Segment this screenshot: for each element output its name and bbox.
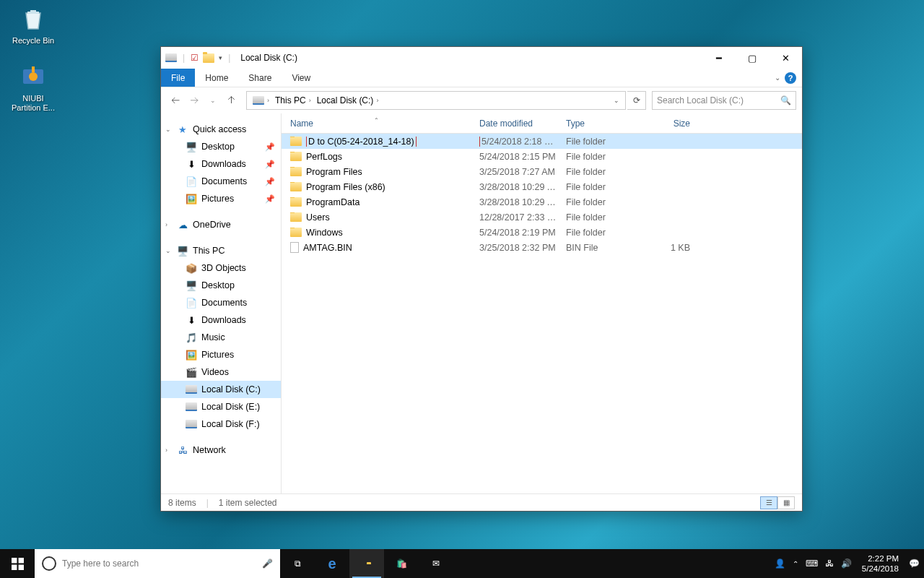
nav-qa-downloads[interactable]: ⬇Downloads📌 — [161, 155, 281, 173]
tray-input-icon[interactable]: ⌨ — [806, 558, 818, 569]
item-icon — [186, 418, 197, 430]
qat-dropdown-icon[interactable]: ▾ — [219, 54, 222, 61]
nav-qa-documents[interactable]: 📄Documents📌 — [161, 173, 281, 190]
nav-pc-local-disk-c-[interactable]: Local Disk (C:) — [161, 381, 281, 398]
breadcrumb-root[interactable]: › — [250, 96, 272, 105]
pc-icon: 🖥️ — [177, 245, 188, 256]
col-header-size[interactable]: Size — [644, 118, 702, 129]
help-icon[interactable]: ? — [785, 72, 796, 84]
file-list: Name⌃ Date modified Type Size D to C(05-… — [282, 113, 802, 493]
file-date: 3/25/2018 2:32 PM — [471, 243, 557, 253]
nav-network[interactable]: ›🖧Network — [161, 441, 281, 459]
file-row[interactable]: ProgramData3/28/2018 10:29 AMFile folder — [282, 194, 802, 210]
desktop-icon-recycle-bin[interactable]: Recycle Bin — [6, 3, 61, 46]
close-button[interactable]: ✕ — [769, 47, 802, 69]
nav-pc-local-disk-f-[interactable]: Local Disk (F:) — [161, 415, 281, 433]
nav-quick-access[interactable]: ⌄★Quick access — [161, 121, 281, 138]
file-type: File folder — [557, 182, 644, 192]
chevron-right-icon: › — [165, 447, 167, 454]
file-row[interactable]: AMTAG.BIN3/25/2018 2:32 PMBIN File1 KB — [282, 240, 802, 255]
chevron-down-icon: ⌄ — [165, 126, 171, 133]
taskbar-edge[interactable]: e — [315, 549, 349, 578]
taskbar-store[interactable]: 🛍️ — [384, 549, 419, 578]
back-button[interactable]: 🡠 — [167, 92, 184, 109]
navigation-bar: 🡠 🡢 ⌄ 🡡 › This PC› Local Disk (C:)› ⌄ ⟳ … — [161, 87, 802, 113]
tray-volume-icon[interactable]: 🔊 — [841, 558, 852, 569]
qat-properties-icon[interactable]: ☑ — [191, 53, 199, 63]
file-row[interactable]: Program Files (x86)3/28/2018 10:29 AMFil… — [282, 179, 802, 194]
nav-qa-pictures[interactable]: 🖼️Pictures📌 — [161, 190, 281, 207]
tray-network-icon[interactable]: 🖧 — [825, 558, 834, 569]
item-icon: 📄 — [186, 176, 197, 187]
breadcrumb-this-pc[interactable]: This PC› — [272, 95, 314, 105]
nav-pc-local-disk-e-[interactable]: Local Disk (E:) — [161, 398, 281, 415]
recycle-bin-icon — [17, 3, 49, 35]
minimize-button[interactable]: ━ — [702, 47, 736, 69]
mail-icon: ✉ — [432, 558, 440, 569]
desktop-icon-niubi[interactable]: NIUBI Partition E... — [6, 61, 61, 113]
nav-this-pc[interactable]: ⌄🖥️This PC — [161, 242, 281, 259]
svg-rect-5 — [12, 564, 17, 569]
tab-file[interactable]: File — [161, 69, 195, 87]
nav-pc-videos[interactable]: 🎬Videos — [161, 363, 281, 381]
nav-onedrive[interactable]: ›☁OneDrive — [161, 216, 281, 233]
nav-pc-downloads[interactable]: ⬇Downloads — [161, 311, 281, 329]
file-type: File folder — [557, 167, 644, 177]
view-details-button[interactable]: ☰ — [760, 496, 777, 509]
refresh-button[interactable]: ⟳ — [627, 91, 646, 110]
nav-pc-documents[interactable]: 📄Documents — [161, 294, 281, 311]
file-row[interactable]: D to C(05-24-2018_14-18)5/24/2018 2:18 P… — [282, 134, 802, 149]
qat-newfolder-icon[interactable] — [203, 53, 214, 63]
people-icon[interactable]: 👤 — [775, 558, 785, 569]
file-date: 3/25/2018 7:27 AM — [471, 167, 557, 177]
pin-icon: 📌 — [265, 177, 275, 186]
breadcrumb[interactable]: › This PC› Local Disk (C:)› ⌄ — [246, 91, 626, 110]
taskbar-mail[interactable]: ✉ — [419, 549, 453, 578]
taskbar-file-explorer[interactable] — [349, 549, 384, 578]
file-date: 5/24/2018 2:19 PM — [471, 228, 557, 238]
tab-view[interactable]: View — [282, 69, 321, 87]
item-icon — [186, 401, 197, 413]
search-input[interactable]: Search Local Disk (C:) 🔍 — [652, 91, 796, 110]
nav-pc-pictures[interactable]: 🖼️Pictures — [161, 346, 281, 363]
up-button[interactable]: 🡡 — [223, 92, 240, 109]
pin-icon: 📌 — [265, 160, 275, 169]
task-view-button[interactable]: ⧉ — [280, 549, 315, 578]
file-row[interactable]: Users12/28/2017 2:33 PMFile folder — [282, 210, 802, 225]
forward-button[interactable]: 🡢 — [186, 92, 203, 109]
nav-pc-desktop[interactable]: 🖥️Desktop — [161, 277, 281, 294]
nav-pc-3d-objects[interactable]: 📦3D Objects — [161, 259, 281, 277]
file-name: ProgramData — [306, 197, 359, 207]
recent-locations-button[interactable]: ⌄ — [204, 92, 222, 109]
start-button[interactable] — [0, 549, 35, 578]
nav-pc-music[interactable]: 🎵Music — [161, 329, 281, 346]
svg-rect-3 — [12, 558, 17, 563]
folder-icon — [290, 182, 302, 191]
breadcrumb-dropdown-icon[interactable]: ⌄ — [614, 97, 622, 104]
action-center-icon[interactable]: 💬 — [909, 558, 920, 569]
file-name: Users — [306, 212, 330, 223]
view-large-icons-button[interactable]: ▦ — [777, 496, 795, 509]
nav-qa-desktop[interactable]: 🖥️Desktop📌 — [161, 138, 281, 155]
file-row[interactable]: PerfLogs5/24/2018 2:15 PMFile folder — [282, 149, 802, 164]
maximize-button[interactable]: ▢ — [736, 47, 769, 69]
folder-icon — [290, 167, 302, 176]
tab-home[interactable]: Home — [195, 69, 238, 87]
col-header-name[interactable]: Name⌃ — [282, 118, 471, 129]
file-date: 5/24/2018 2:15 PM — [471, 152, 557, 162]
chevron-right-icon: › — [165, 221, 167, 228]
breadcrumb-local-disk-c[interactable]: Local Disk (C:)› — [314, 95, 382, 105]
ribbon-expand-icon[interactable]: ⌄ — [775, 74, 780, 82]
taskbar-search[interactable]: Type here to search 🎤 — [35, 549, 280, 578]
tab-share[interactable]: Share — [238, 69, 282, 87]
tray-overflow-icon[interactable]: ⌃ — [793, 560, 798, 568]
file-size: 1 KB — [644, 243, 702, 253]
taskbar-clock[interactable]: 2:22 PM 5/24/2018 — [859, 553, 902, 574]
col-header-type[interactable]: Type — [557, 118, 644, 129]
titlebar[interactable]: | ☑ ▾ | Local Disk (C:) ━ ▢ ✕ — [161, 47, 802, 69]
col-header-date[interactable]: Date modified — [471, 118, 557, 129]
file-type: File folder — [557, 212, 644, 223]
column-headers[interactable]: Name⌃ Date modified Type Size — [282, 113, 802, 134]
file-row[interactable]: Windows5/24/2018 2:19 PMFile folder — [282, 225, 802, 240]
file-row[interactable]: Program Files3/25/2018 7:27 AMFile folde… — [282, 164, 802, 179]
